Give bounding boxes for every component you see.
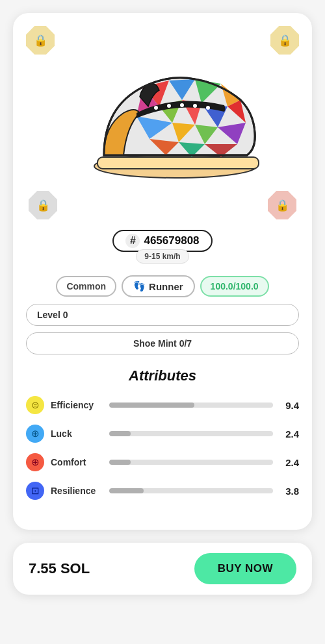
attr-row-efficiency: ⊜ Efficiency 9.4 [26, 396, 299, 414]
top-right-lock-icon: 🔒 [270, 26, 299, 55]
type-icon: 👣 [133, 280, 146, 292]
shoe-mint-bar: Shoe Mint 0/7 [26, 332, 299, 354]
efficiency-value: 9.4 [280, 400, 299, 411]
svg-point-19 [167, 104, 171, 108]
top-corner-icons: 🔒 🔒 [26, 26, 299, 55]
level-bar: Level 0 [26, 304, 299, 326]
sneaker-card: 🔒 🔒 [13, 13, 312, 530]
tags-main-row: Common 👣 Runner 100.0/100.0 [56, 275, 268, 297]
resilience-label: Resilience [51, 486, 103, 496]
buy-now-button[interactable]: BUY NOW [194, 553, 296, 584]
svg-point-21 [193, 104, 197, 108]
efficiency-bar-fill [109, 402, 194, 408]
resilience-bar-fill [109, 488, 144, 493]
resilience-bar-bg [109, 488, 273, 493]
attr-row-luck: ⊕ Luck 2.4 [26, 425, 299, 443]
durability-badge: 100.0/100.0 [200, 276, 269, 297]
luck-icon: ⊕ [26, 425, 44, 443]
price-text: 7.55 SOL [29, 560, 90, 577]
comfort-label: Comfort [51, 457, 103, 467]
svg-rect-1 [98, 157, 259, 169]
bottom-bar: 7.55 SOL BUY NOW [13, 543, 312, 595]
svg-point-20 [180, 103, 184, 107]
type-label: Runner [149, 281, 183, 292]
hash-icon: # [125, 234, 140, 248]
mid-left-lock-icon: 🔒 [29, 191, 57, 219]
efficiency-icon: ⊜ [26, 396, 44, 414]
tags-section: 9-15 km/h Common 👣 Runner 100.0/100.0 [26, 261, 299, 297]
luck-bar-bg [109, 431, 273, 436]
luck-bar-fill [109, 431, 131, 436]
resilience-icon: ⊡ [26, 482, 44, 500]
svg-point-22 [206, 106, 210, 110]
comfort-value: 2.4 [280, 457, 299, 468]
top-left-lock-icon: 🔒 [26, 26, 55, 55]
resilience-value: 3.8 [280, 486, 299, 497]
item-id-section: # 465679808 [26, 230, 299, 252]
luck-label: Luck [51, 428, 103, 439]
mid-right-lock-icon: 🔒 [268, 191, 296, 219]
attributes-title: Attributes [26, 367, 299, 384]
item-id-badge: # 465679808 [112, 230, 212, 252]
comfort-icon: ⊕ [26, 453, 44, 471]
efficiency-bar-bg [109, 402, 273, 408]
attr-row-resilience: ⊡ Resilience 3.8 [26, 482, 299, 500]
comfort-bar-bg [109, 460, 273, 465]
mid-corner-icons: 🔒 🔒 [26, 191, 299, 219]
item-id-text: 465679808 [144, 234, 199, 247]
efficiency-label: Efficiency [51, 400, 103, 410]
svg-point-18 [154, 106, 158, 110]
luck-value: 2.4 [280, 428, 299, 440]
attributes-section: Attributes ⊜ Efficiency 9.4 ⊕ Luck 2.4 ⊕… [26, 367, 299, 500]
comfort-bar-fill [109, 460, 131, 465]
rarity-badge: Common [56, 276, 116, 297]
speed-badge: 9-15 km/h [136, 249, 188, 264]
shoe-image [26, 55, 299, 184]
type-badge: 👣 Runner [122, 275, 195, 297]
attr-row-comfort: ⊕ Comfort 2.4 [26, 453, 299, 471]
